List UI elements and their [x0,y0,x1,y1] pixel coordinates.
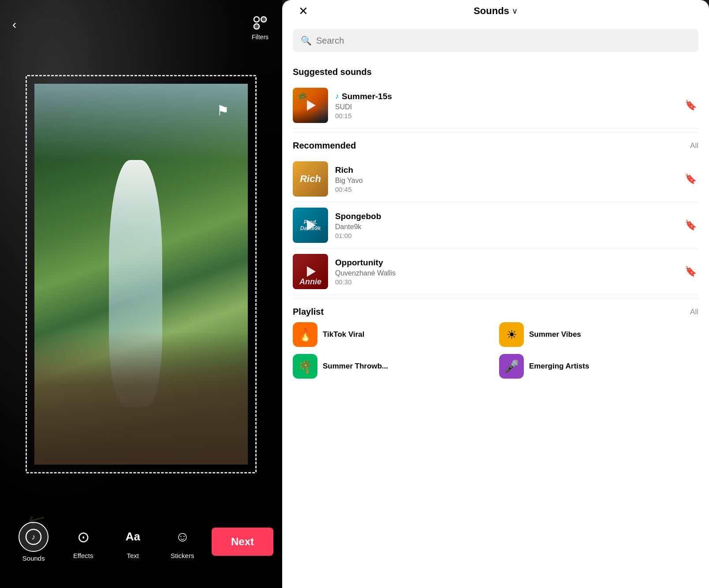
sound-item-opportunity[interactable]: Annie Opportunity Quvenzhané Wallis 00:3… [293,249,698,295]
svg-text:♪: ♪ [32,532,36,541]
playlist-item-summer-throwb[interactable]: 🌴 Summer Throwb... [293,354,492,379]
summer-vibes-label: Summer Vibes [529,330,581,339]
rocks [34,331,248,465]
text-label: Text [127,552,139,559]
playlist-grid: 🔥 TikTok Viral ☀ Summer Vibes 🌴 Summer T… [293,322,698,379]
divider-2 [293,298,698,299]
stickers-icon: ☺ [170,525,195,549]
filters-button[interactable]: Filters [250,13,270,41]
play-triangle-icon [307,100,316,111]
recommended-all-button[interactable]: All [690,141,698,150]
sound-duration-opportunity: 00:30 [335,278,676,286]
suggested-section-title: Suggested sounds [293,67,372,77]
thumb-spongebob: Prod.Dante9k [293,208,328,243]
sound-name-row: ♪ Summer-15s [335,92,676,101]
thumb-rich: Rich [293,161,328,197]
tiktok-viral-icon: 🔥 [293,322,317,347]
left-panel: ‹ Filters ⚑ ↙ [0,0,282,588]
sound-info-opportunity: Opportunity Quvenzhané Wallis 00:30 [335,258,676,286]
sound-item-spongebob[interactable]: Prod.Dante9k Spongebob Dante9k 01:00 🔖 [293,202,698,249]
svg-point-0 [254,17,259,22]
sounds-title-dropdown[interactable]: Sounds ∨ [474,5,518,17]
sound-name-rich: Rich [335,165,676,175]
recommended-section-title: Recommended [293,141,356,151]
playlist-section-title: Playlist [293,307,324,317]
summer-vibes-icon: ☀ [499,322,524,347]
sounds-title: Sounds [474,5,509,17]
toolbar-item-effects[interactable]: ⊙ Effects [59,525,108,559]
filters-icon [250,13,270,33]
right-panel: ✕ Sounds ∨ 🔍 Suggested sounds 🌴 [282,0,709,588]
rich-text: Rich [293,161,328,197]
bookmark-button-spongebob[interactable]: 🔖 [683,218,698,233]
search-icon: 🔍 [301,35,312,46]
sound-info-summer15s: ♪ Summer-15s SUDI 00:15 [335,92,676,119]
next-button[interactable]: Next [212,528,273,556]
sounds-content: Suggested sounds 🌴 ♪ Summer-15s SUDI [282,59,709,588]
search-bar[interactable]: 🔍 [293,29,698,52]
sound-name-summer15s: Summer-15s [342,92,392,101]
sound-duration-summer15s: 00:15 [335,112,676,119]
svg-point-1 [261,17,266,22]
sound-duration-rich: 00:45 [335,186,676,193]
bookmark-button-rich[interactable]: 🔖 [683,171,698,186]
search-input[interactable] [316,36,690,46]
stamp-container: ⚑ [9,48,273,500]
sound-artist-rich: Big Yavo [335,177,676,185]
stickers-label: Stickers [171,552,194,559]
thumb-summer15s: 🌴 [293,88,328,123]
music-note-icon: ♪ [335,92,339,101]
sounds-header: ✕ Sounds ∨ [282,0,709,22]
emerging-icon: 🎤 [499,354,524,379]
playlist-section-header: Playlist All [293,307,698,317]
playlist-all-button[interactable]: All [690,308,698,316]
tiktok-viral-label: TikTok Viral [323,330,365,339]
playlist-item-emerging[interactable]: 🎤 Emerging Artists [499,354,698,379]
sound-name-spongebob: Spongebob [335,212,676,221]
recommended-section-header: Recommended All [293,141,698,151]
sound-artist-summer15s: SUDI [335,103,676,111]
summer-throwb-label: Summer Throwb... [323,362,388,371]
sound-artist-spongebob: Dante9k [335,223,676,231]
sound-info-spongebob: Spongebob Dante9k 01:00 [335,212,676,239]
sound-item-summer15s[interactable]: 🌴 ♪ Summer-15s SUDI 00:15 🔖 [293,82,698,129]
back-button[interactable]: ‹ [12,18,16,32]
play-button-spongebob[interactable] [293,208,328,243]
toolbar-item-stickers[interactable]: ☺ Stickers [158,525,208,559]
emerging-label: Emerging Artists [529,362,589,371]
sound-artist-opportunity: Quvenzhané Wallis [335,269,676,277]
sounds-icon: ♪ [19,522,49,552]
text-icon: Aa [120,525,145,549]
playlist-item-tiktok-viral[interactable]: 🔥 TikTok Viral [293,322,492,347]
thumb-opportunity: Annie [293,254,328,289]
close-button[interactable]: ✕ [295,3,311,19]
waterfall-image [34,84,248,465]
divider-1 [293,132,698,133]
play-button-opportunity[interactable] [293,254,328,289]
sound-item-rich[interactable]: Rich Rich Big Yavo 00:45 🔖 [293,156,698,202]
svg-point-2 [254,24,259,29]
playlist-item-summer-vibes[interactable]: ☀ Summer Vibes [499,322,698,347]
bottom-toolbar: ♪ Sounds ⊙ Effects Aa Text ☺ Stickers Ne… [0,504,282,588]
bookmark-button-summer15s[interactable]: 🔖 [683,98,698,113]
sky [34,84,248,160]
flag-icon: ⚑ [216,102,229,119]
sound-duration-spongebob: 01:00 [335,232,676,239]
toolbar-item-text[interactable]: Aa Text [108,525,158,559]
sound-info-rich: Rich Big Yavo 00:45 [335,165,676,193]
chevron-down-icon: ∨ [512,6,518,16]
effects-icon: ⊙ [71,525,96,549]
bookmark-button-opportunity[interactable]: 🔖 [683,264,698,279]
stamp-inner [34,84,248,465]
effects-label: Effects [73,552,93,559]
play-triangle-icon [307,220,316,231]
summer-throwb-icon: 🌴 [293,354,317,379]
toolbar-item-sounds[interactable]: ♪ Sounds [9,522,59,562]
suggested-section-header: Suggested sounds [293,67,698,77]
play-button-summer15s[interactable] [293,88,328,123]
thumb-bg-rich: Rich [293,161,328,197]
stamp-frame: ⚑ [26,76,256,473]
sounds-header-bg: ✕ Sounds ∨ [282,0,709,22]
sounds-label: Sounds [22,555,45,562]
play-triangle-icon [307,266,316,277]
